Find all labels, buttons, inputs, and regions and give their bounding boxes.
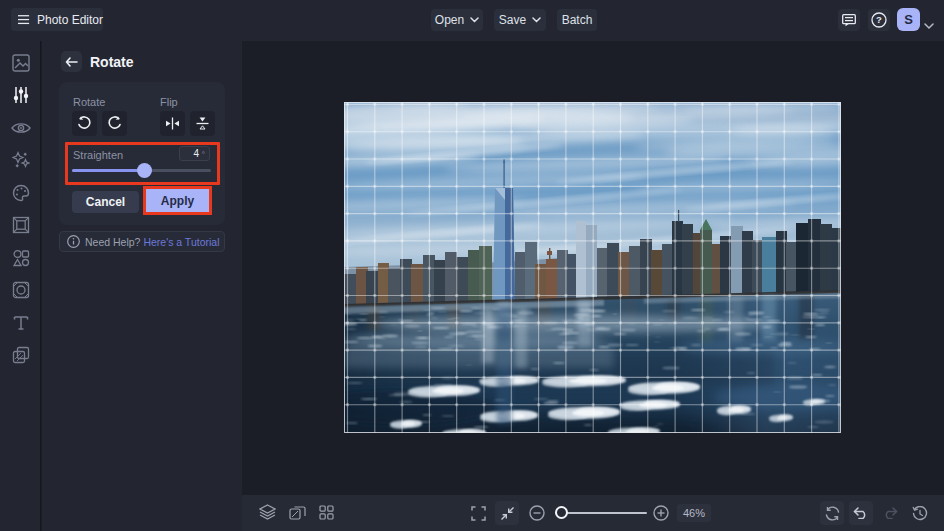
- svg-text:?: ?: [876, 14, 882, 25]
